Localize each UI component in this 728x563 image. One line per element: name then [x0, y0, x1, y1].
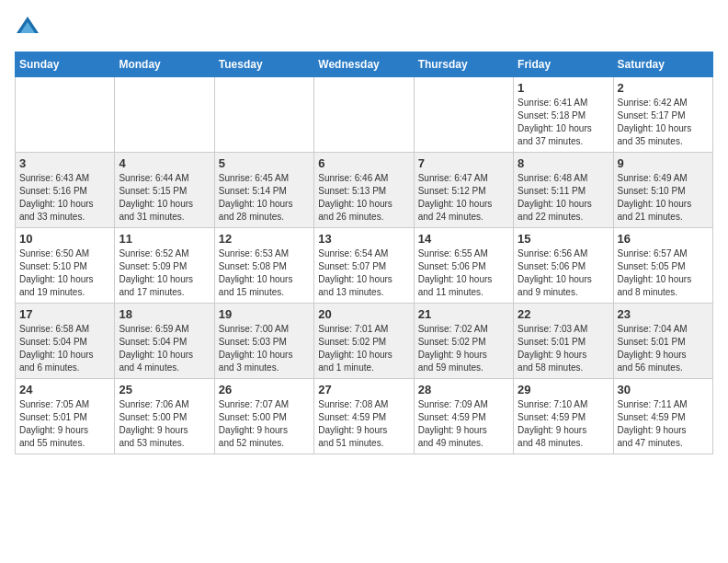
- day-info: Sunrise: 7:00 AM Sunset: 5:03 PM Dayligh…: [219, 323, 310, 374]
- calendar-cell: 10Sunrise: 6:50 AM Sunset: 5:10 PM Dayli…: [16, 228, 115, 304]
- day-info: Sunrise: 6:46 AM Sunset: 5:13 PM Dayligh…: [318, 172, 409, 224]
- day-info: Sunrise: 7:05 AM Sunset: 5:01 PM Dayligh…: [19, 398, 110, 450]
- day-header-friday: Friday: [514, 52, 613, 77]
- calendar-cell: 1Sunrise: 6:41 AM Sunset: 5:18 PM Daylig…: [514, 77, 613, 153]
- day-number: 26: [219, 383, 310, 396]
- day-info: Sunrise: 6:56 AM Sunset: 5:06 PM Dayligh…: [518, 247, 609, 299]
- day-info: Sunrise: 6:44 AM Sunset: 5:15 PM Dayligh…: [119, 172, 210, 224]
- calendar-cell: 9Sunrise: 6:49 AM Sunset: 5:10 PM Daylig…: [613, 153, 712, 228]
- calendar-cell: 22Sunrise: 7:03 AM Sunset: 5:01 PM Dayli…: [514, 304, 613, 379]
- day-info: Sunrise: 7:10 AM Sunset: 4:59 PM Dayligh…: [518, 398, 609, 450]
- calendar-cell: 12Sunrise: 6:53 AM Sunset: 5:08 PM Dayli…: [214, 228, 313, 304]
- day-number: 29: [518, 383, 609, 396]
- day-number: 18: [119, 307, 210, 321]
- calendar-cell: 17Sunrise: 6:58 AM Sunset: 5:04 PM Dayli…: [16, 304, 115, 379]
- calendar-cell: 30Sunrise: 7:11 AM Sunset: 4:59 PM Dayli…: [613, 379, 712, 454]
- day-number: 12: [219, 232, 310, 246]
- day-number: 16: [618, 232, 709, 246]
- day-number: 24: [19, 383, 110, 396]
- header-row: SundayMondayTuesdayWednesdayThursdayFrid…: [16, 52, 713, 77]
- day-number: 21: [418, 307, 509, 321]
- calendar-cell: 2Sunrise: 6:42 AM Sunset: 5:17 PM Daylig…: [613, 77, 712, 153]
- day-number: 30: [618, 383, 709, 396]
- day-number: 9: [618, 156, 709, 170]
- day-number: 13: [318, 232, 409, 246]
- day-info: Sunrise: 6:59 AM Sunset: 5:04 PM Dayligh…: [119, 323, 210, 374]
- day-number: 28: [418, 383, 509, 396]
- calendar-cell: 13Sunrise: 6:54 AM Sunset: 5:07 PM Dayli…: [314, 228, 414, 304]
- week-row-1: 1Sunrise: 6:41 AM Sunset: 5:18 PM Daylig…: [16, 77, 713, 153]
- week-row-5: 24Sunrise: 7:05 AM Sunset: 5:01 PM Dayli…: [16, 379, 713, 454]
- calendar-cell: 19Sunrise: 7:00 AM Sunset: 5:03 PM Dayli…: [214, 304, 313, 379]
- day-number: 27: [318, 383, 409, 396]
- day-number: 6: [318, 156, 409, 170]
- calendar-cell: 16Sunrise: 6:57 AM Sunset: 5:05 PM Dayli…: [613, 228, 712, 304]
- day-info: Sunrise: 6:52 AM Sunset: 5:09 PM Dayligh…: [119, 247, 210, 299]
- day-info: Sunrise: 6:42 AM Sunset: 5:17 PM Dayligh…: [618, 97, 709, 148]
- day-number: 22: [518, 307, 609, 321]
- calendar-cell: 29Sunrise: 7:10 AM Sunset: 4:59 PM Dayli…: [514, 379, 613, 454]
- day-info: Sunrise: 6:47 AM Sunset: 5:12 PM Dayligh…: [418, 172, 509, 224]
- calendar-cell: 26Sunrise: 7:07 AM Sunset: 5:00 PM Dayli…: [214, 379, 313, 454]
- page-header: [15, 15, 713, 40]
- day-info: Sunrise: 6:48 AM Sunset: 5:11 PM Dayligh…: [518, 172, 609, 224]
- calendar-cell: [314, 77, 414, 153]
- calendar-cell: 27Sunrise: 7:08 AM Sunset: 4:59 PM Dayli…: [314, 379, 414, 454]
- calendar-cell: 15Sunrise: 6:56 AM Sunset: 5:06 PM Dayli…: [514, 228, 613, 304]
- day-info: Sunrise: 7:01 AM Sunset: 5:02 PM Dayligh…: [318, 323, 409, 374]
- day-number: 2: [618, 81, 709, 95]
- day-info: Sunrise: 6:57 AM Sunset: 5:05 PM Dayligh…: [618, 247, 709, 299]
- day-number: 15: [518, 232, 609, 246]
- day-number: 7: [418, 156, 509, 170]
- week-row-2: 3Sunrise: 6:43 AM Sunset: 5:16 PM Daylig…: [16, 153, 713, 228]
- day-number: 19: [219, 307, 310, 321]
- calendar-cell: 23Sunrise: 7:04 AM Sunset: 5:01 PM Dayli…: [613, 304, 712, 379]
- calendar-cell: 7Sunrise: 6:47 AM Sunset: 5:12 PM Daylig…: [414, 153, 513, 228]
- logo: [15, 15, 44, 40]
- calendar-table: SundayMondayTuesdayWednesdayThursdayFrid…: [15, 52, 713, 454]
- day-info: Sunrise: 7:11 AM Sunset: 4:59 PM Dayligh…: [618, 398, 709, 450]
- day-number: 10: [19, 232, 110, 246]
- calendar-cell: 4Sunrise: 6:44 AM Sunset: 5:15 PM Daylig…: [115, 153, 214, 228]
- day-info: Sunrise: 6:54 AM Sunset: 5:07 PM Dayligh…: [318, 247, 409, 299]
- day-number: 11: [119, 232, 210, 246]
- calendar-cell: [214, 77, 313, 153]
- day-info: Sunrise: 7:06 AM Sunset: 5:00 PM Dayligh…: [119, 398, 210, 450]
- day-info: Sunrise: 6:45 AM Sunset: 5:14 PM Dayligh…: [219, 172, 310, 224]
- day-info: Sunrise: 7:03 AM Sunset: 5:01 PM Dayligh…: [518, 323, 609, 374]
- calendar-cell: 24Sunrise: 7:05 AM Sunset: 5:01 PM Dayli…: [16, 379, 115, 454]
- calendar-cell: 14Sunrise: 6:55 AM Sunset: 5:06 PM Dayli…: [414, 228, 513, 304]
- day-number: 14: [418, 232, 509, 246]
- day-header-sunday: Sunday: [16, 52, 115, 77]
- day-info: Sunrise: 6:55 AM Sunset: 5:06 PM Dayligh…: [418, 247, 509, 299]
- calendar-cell: 28Sunrise: 7:09 AM Sunset: 4:59 PM Dayli…: [414, 379, 513, 454]
- calendar-cell: 8Sunrise: 6:48 AM Sunset: 5:11 PM Daylig…: [514, 153, 613, 228]
- calendar-cell: 20Sunrise: 7:01 AM Sunset: 5:02 PM Dayli…: [314, 304, 414, 379]
- day-info: Sunrise: 7:07 AM Sunset: 5:00 PM Dayligh…: [219, 398, 310, 450]
- day-number: 20: [318, 307, 409, 321]
- calendar-cell: 11Sunrise: 6:52 AM Sunset: 5:09 PM Dayli…: [115, 228, 214, 304]
- day-number: 8: [518, 156, 609, 170]
- day-info: Sunrise: 6:49 AM Sunset: 5:10 PM Dayligh…: [618, 172, 709, 224]
- day-info: Sunrise: 7:09 AM Sunset: 4:59 PM Dayligh…: [418, 398, 509, 450]
- calendar-cell: 21Sunrise: 7:02 AM Sunset: 5:02 PM Dayli…: [414, 304, 513, 379]
- day-number: 17: [19, 307, 110, 321]
- day-info: Sunrise: 6:43 AM Sunset: 5:16 PM Dayligh…: [19, 172, 110, 224]
- day-header-thursday: Thursday: [414, 52, 513, 77]
- day-number: 3: [19, 156, 110, 170]
- day-number: 23: [618, 307, 709, 321]
- day-info: Sunrise: 6:41 AM Sunset: 5:18 PM Dayligh…: [518, 97, 609, 148]
- calendar-cell: [16, 77, 115, 153]
- calendar-cell: 5Sunrise: 6:45 AM Sunset: 5:14 PM Daylig…: [214, 153, 313, 228]
- day-info: Sunrise: 6:58 AM Sunset: 5:04 PM Dayligh…: [19, 323, 110, 374]
- day-header-saturday: Saturday: [613, 52, 712, 77]
- week-row-3: 10Sunrise: 6:50 AM Sunset: 5:10 PM Dayli…: [16, 228, 713, 304]
- logo-icon: [15, 15, 40, 40]
- calendar-cell: 6Sunrise: 6:46 AM Sunset: 5:13 PM Daylig…: [314, 153, 414, 228]
- day-header-tuesday: Tuesday: [214, 52, 313, 77]
- calendar-cell: [115, 77, 214, 153]
- day-header-wednesday: Wednesday: [314, 52, 414, 77]
- day-info: Sunrise: 7:08 AM Sunset: 4:59 PM Dayligh…: [318, 398, 409, 450]
- day-header-monday: Monday: [115, 52, 214, 77]
- day-info: Sunrise: 7:02 AM Sunset: 5:02 PM Dayligh…: [418, 323, 509, 374]
